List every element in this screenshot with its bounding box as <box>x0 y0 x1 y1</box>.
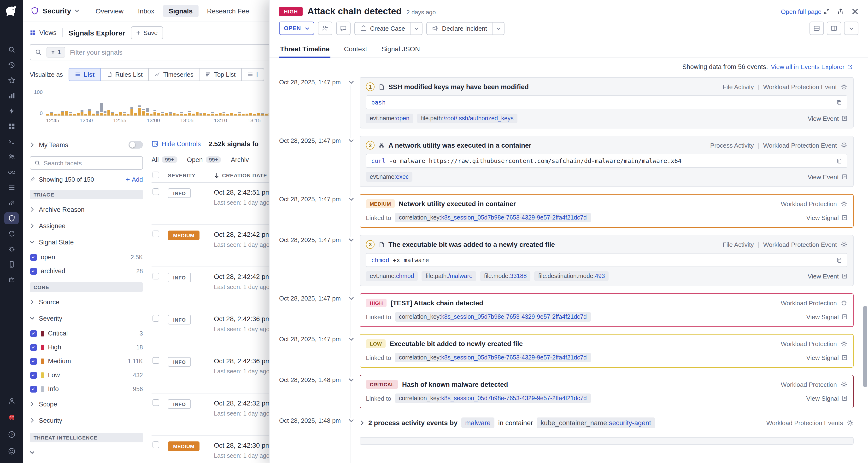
save-view-button[interactable]: Save <box>131 26 163 39</box>
view-signal-link[interactable]: View Signal <box>806 395 847 402</box>
event-tag[interactable]: file.path:/root/.ssh/authorized_keys <box>417 113 517 123</box>
gear-icon[interactable] <box>841 142 847 148</box>
view-event-link[interactable]: View Event <box>808 272 847 280</box>
views-button[interactable]: Views <box>30 29 57 36</box>
facet-source[interactable]: Source <box>30 294 143 310</box>
facet-severity[interactable]: Severity <box>30 310 143 326</box>
scrollbar-thumb[interactable] <box>863 306 867 387</box>
share-icon[interactable] <box>837 8 844 15</box>
event-tag[interactable]: malware <box>461 418 494 428</box>
add-facet-button[interactable]: Add <box>126 176 143 183</box>
rail-item-monitors-icon[interactable] <box>4 105 19 117</box>
rail-item-llm-icon[interactable] <box>4 274 19 286</box>
event-group-row[interactable]: 2 process activity events by malware in … <box>360 416 854 430</box>
select-all-checkbox[interactable] <box>153 171 159 178</box>
signal-tab-signal-json[interactable]: Signal JSON <box>380 41 421 58</box>
list-tab-archiv[interactable]: Archiv <box>231 156 249 163</box>
event-tag[interactable]: file.path:/malware <box>422 271 476 281</box>
rail-item-recents-icon[interactable] <box>4 59 19 71</box>
facet-checkbox[interactable]: ✓ <box>30 254 37 261</box>
view-signal-link[interactable]: View Signal <box>806 354 847 361</box>
assign-user-button[interactable] <box>318 22 332 35</box>
close-panel-icon[interactable] <box>852 8 859 15</box>
timeline-caret[interactable] <box>342 77 360 85</box>
rail-item-apm-icon[interactable] <box>4 136 19 147</box>
search-facets-input[interactable]: Search facets <box>30 156 143 170</box>
visualize-mode-top-list[interactable]: Top List <box>199 68 242 81</box>
rail-item-security-icon[interactable] <box>4 212 19 224</box>
event-tag[interactable]: correlation_key:k8s_session_05d7b98e-765… <box>395 353 591 362</box>
event-tag[interactable]: evt.name:exec <box>366 172 413 181</box>
gear-icon[interactable] <box>841 84 847 90</box>
event-tag[interactable]: correlation_key:k8s_session_05d7b98e-765… <box>395 213 591 222</box>
gear-icon[interactable] <box>841 241 847 248</box>
rail-item-ci-icon[interactable] <box>4 166 19 178</box>
facet-option-open[interactable]: ✓open2.5K <box>30 250 143 264</box>
signal-tab-threat-timeline[interactable]: Threat Timeline <box>279 41 331 58</box>
event-tag[interactable]: evt.name:open <box>366 113 413 123</box>
event-tag[interactable]: evt.name:chmod <box>366 271 418 281</box>
gear-icon[interactable] <box>841 200 847 207</box>
visualize-mode-i[interactable]: I <box>242 68 264 81</box>
gear-icon[interactable] <box>847 419 854 426</box>
gear-icon[interactable] <box>841 381 847 388</box>
panel-layout-right-button[interactable] <box>827 22 841 35</box>
column-severity[interactable]: SEVERITY <box>168 172 214 178</box>
my-teams-toggle[interactable] <box>128 141 143 148</box>
rail-item-traces-icon[interactable] <box>4 197 19 209</box>
gear-icon[interactable] <box>841 340 847 347</box>
visualize-mode-timeseries[interactable]: Timeseries <box>148 68 200 81</box>
events-explorer-link[interactable]: View all in Events Explorer <box>771 63 852 70</box>
timeline-caret[interactable] <box>342 334 360 342</box>
visualize-mode-rules-list[interactable]: Rules List <box>100 68 149 81</box>
rail-item-search-icon[interactable] <box>4 44 19 56</box>
row-checkbox[interactable] <box>153 357 159 364</box>
event-tag[interactable]: file.destination.mode:493 <box>534 271 609 281</box>
panel-layout-bottom-button[interactable] <box>809 22 824 35</box>
facet-my-teams[interactable]: My Teams <box>30 137 143 153</box>
facet-checkbox[interactable]: ✓ <box>30 268 37 274</box>
filter-count-chip[interactable]: 1 <box>46 47 65 58</box>
create-case-button[interactable]: Create Case <box>354 22 411 35</box>
facet-option-medium[interactable]: ✓Medium1.11K <box>30 354 143 368</box>
facet-archive-reason[interactable]: Archive Reason <box>30 201 143 218</box>
panel-scrollbar[interactable] <box>863 0 867 463</box>
facet-checkbox[interactable]: ✓ <box>30 330 37 337</box>
timeline-caret[interactable] <box>342 136 360 143</box>
rail-item-logs-icon[interactable] <box>4 181 19 194</box>
facet-signal-state[interactable]: Signal State <box>30 234 143 250</box>
timeline-caret[interactable] <box>342 194 360 202</box>
copy-icon[interactable] <box>836 158 842 164</box>
facet-security[interactable]: Security <box>30 412 143 429</box>
facet-checkbox[interactable]: ✓ <box>30 372 37 378</box>
rail-item-help-icon[interactable]: ? <box>4 429 19 440</box>
view-event-link[interactable]: View Event <box>808 173 847 180</box>
top-tab-signals[interactable]: Signals <box>163 5 198 17</box>
row-checkbox[interactable] <box>153 188 159 195</box>
declare-incident-dropdown[interactable] <box>493 22 504 35</box>
rail-item-teams-icon[interactable] <box>4 151 19 163</box>
timeline-caret[interactable] <box>342 235 360 242</box>
rail-item-mascot-icon[interactable] <box>4 412 19 424</box>
rail-item-error-tracking-icon[interactable] <box>4 243 19 255</box>
timeline-caret[interactable] <box>342 375 360 383</box>
row-checkbox[interactable] <box>153 441 159 448</box>
gear-icon[interactable] <box>841 300 847 306</box>
facet-scope[interactable]: Scope <box>30 396 143 412</box>
histogram-bars[interactable] <box>46 89 276 116</box>
row-checkbox[interactable] <box>153 399 159 406</box>
view-event-link[interactable]: View Event <box>808 115 847 122</box>
list-tab-all[interactable]: All99+ <box>152 156 177 163</box>
visualize-mode-list[interactable]: List <box>69 68 101 81</box>
timeline-caret[interactable] <box>342 293 360 301</box>
signal-status-dropdown[interactable]: OPEN <box>279 22 314 35</box>
create-case-dropdown[interactable] <box>411 22 422 35</box>
hide-controls-button[interactable]: Hide Controls <box>152 140 201 147</box>
panel-options-dropdown[interactable] <box>844 22 859 35</box>
row-checkbox[interactable] <box>153 273 159 279</box>
top-tab-overview[interactable]: Overview <box>90 5 129 17</box>
copy-icon[interactable] <box>836 99 842 105</box>
signal-tab-context[interactable]: Context <box>343 41 368 58</box>
facet-option-info[interactable]: ✓Info956 <box>30 382 143 396</box>
rail-item-favorites-icon[interactable] <box>4 74 19 86</box>
